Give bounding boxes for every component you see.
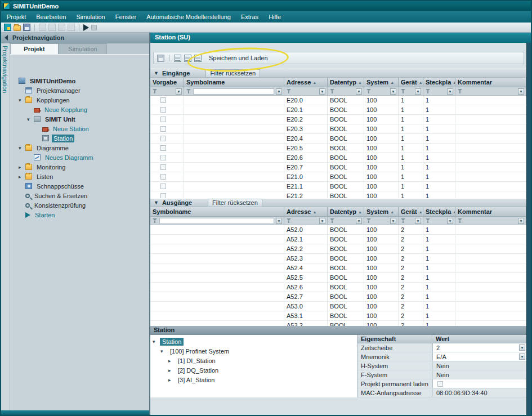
- filter-dropdown-icon[interactable]: ▼: [518, 88, 524, 95]
- table-row-e20-3[interactable]: E20.3BOOL10011: [150, 124, 526, 134]
- vorgabe-checkbox[interactable]: [160, 145, 166, 151]
- filter-dropdown-icon[interactable]: ▼: [276, 218, 282, 224]
- inputs-filter-reset-button[interactable]: Filter rücksetzen: [205, 69, 260, 78]
- column-header-datentyp[interactable]: Datentyp▲: [328, 207, 364, 216]
- tree-item-schnappschüsse[interactable]: Schnappschüsse: [10, 181, 149, 191]
- filter-dropdown-icon[interactable]: ▼: [447, 218, 453, 224]
- vorgabe-checkbox[interactable]: [160, 164, 166, 170]
- hw-tree-item-station[interactable]: ▾Station: [150, 337, 357, 346]
- column-header-kommentar[interactable]: Kommentar: [455, 78, 526, 87]
- table-row-e21-2[interactable]: E21.2BOOL10011: [150, 191, 526, 198]
- filter-input[interactable]: [159, 218, 274, 224]
- tree-item-kopplungen[interactable]: ▾Kopplungen: [10, 95, 149, 105]
- column-header-adresse[interactable]: Adresse▲: [284, 207, 328, 216]
- table-row-a52-4[interactable]: A52.4BOOL10021: [150, 263, 526, 273]
- table-row-a52-7[interactable]: A52.7BOOL10021: [150, 292, 526, 302]
- vorgabe-checkbox[interactable]: [160, 136, 166, 141]
- property-value-projekt-permanent-laden[interactable]: [432, 379, 526, 388]
- delete-icon[interactable]: [68, 24, 75, 31]
- tree-item-listen[interactable]: ▸Listen: [10, 172, 149, 181]
- save-station-icon[interactable]: [157, 55, 164, 62]
- expander-open-icon[interactable]: ▾: [153, 339, 160, 345]
- filter-funnel-icon[interactable]: [457, 218, 463, 223]
- menu-item-fenster[interactable]: Fenster: [115, 14, 136, 20]
- column-header-datentyp[interactable]: Datentyp▲: [328, 78, 364, 87]
- collapse-section-icon[interactable]: ▼: [154, 200, 159, 205]
- expander-closed-icon[interactable]: ▸: [168, 358, 176, 364]
- vorgabe-checkbox[interactable]: [160, 97, 166, 103]
- hw-tree-item-1-di-station[interactable]: ▸[1] DI_Station: [150, 356, 357, 365]
- new-project-icon[interactable]: [4, 24, 11, 31]
- filter-input[interactable]: [193, 88, 274, 95]
- column-header-adresse[interactable]: Adresse▲: [284, 78, 328, 87]
- vorgabe-checkbox[interactable]: [160, 126, 166, 132]
- table-row-e20-6[interactable]: E20.6BOOL10011: [150, 153, 526, 163]
- table-row-a52-0[interactable]: A52.0BOOL10021: [150, 225, 526, 235]
- filter-dropdown-icon[interactable]: ▼: [319, 88, 325, 95]
- table-row-a53-2[interactable]: A53.2BOOL10021: [150, 321, 526, 326]
- column-header-gerät[interactable]: Gerät▲: [399, 207, 423, 216]
- hw-tree-item-2-dq-station[interactable]: ▸[2] DQ_Station: [150, 365, 357, 375]
- tree-item-neue-kopplung[interactable]: Neue Kopplung: [10, 105, 149, 114]
- table-row-e20-5[interactable]: E20.5BOOL10011: [150, 144, 526, 153]
- copy-icon[interactable]: [48, 24, 56, 31]
- collapse-panel-icon[interactable]: [5, 35, 8, 41]
- filter-funnel-icon[interactable]: [425, 218, 431, 223]
- vorgabe-checkbox[interactable]: [160, 155, 166, 160]
- tab-projekt[interactable]: Projekt: [10, 43, 59, 54]
- menu-item-bearbeiten[interactable]: Bearbeiten: [36, 14, 66, 20]
- table-row-a52-1[interactable]: A52.1BOOL10021: [150, 235, 526, 244]
- property-checkbox[interactable]: [437, 381, 443, 387]
- column-header-steckpla[interactable]: Steckpla▲: [423, 207, 455, 216]
- column-header-steckpla[interactable]: Steckpla▲: [423, 78, 455, 87]
- column-header-vorgabe[interactable]: Vorgabe: [150, 78, 184, 87]
- filter-dropdown-icon[interactable]: ▼: [447, 88, 453, 95]
- save-project-icon[interactable]: [23, 24, 30, 31]
- table-row-e20-0[interactable]: E20.0BOOL10011: [150, 96, 526, 105]
- menu-item-automatische-modellerstellung[interactable]: Automatische Modellerstellung: [146, 14, 231, 20]
- import-signals-icon[interactable]: [184, 55, 191, 62]
- save-and-load-label[interactable]: Speichern und Laden: [209, 55, 268, 61]
- table-row-a52-6[interactable]: A52.6BOOL10021: [150, 283, 526, 292]
- filter-funnel-icon[interactable]: [186, 88, 191, 94]
- table-row-a52-2[interactable]: A52.2BOOL10021: [150, 244, 526, 254]
- vertical-scrollbar[interactable]: [526, 43, 531, 415]
- expander-closed-icon[interactable]: ▸: [168, 368, 176, 373]
- filter-funnel-icon[interactable]: [366, 218, 372, 223]
- filter-dropdown-icon[interactable]: ▼: [415, 88, 421, 95]
- expander-closed-icon[interactable]: ▸: [19, 164, 25, 170]
- filter-funnel-icon[interactable]: [400, 88, 406, 94]
- table-row-a52-3[interactable]: A52.3BOOL10021: [150, 254, 526, 263]
- tree-item-projektmanager[interactable]: Projektmanager: [10, 86, 149, 95]
- filter-funnel-icon[interactable]: [286, 88, 292, 94]
- tree-item-simitunitdemo[interactable]: SIMITUnitDemo: [10, 76, 149, 86]
- vorgabe-checkbox[interactable]: [160, 107, 166, 113]
- reload-signals-icon[interactable]: [194, 55, 202, 62]
- filter-dropdown-icon[interactable]: ▼: [356, 218, 362, 224]
- tree-item-monitoring[interactable]: ▸Monitoring: [10, 162, 149, 172]
- filter-dropdown-icon[interactable]: ▼: [390, 218, 396, 224]
- dropdown-icon[interactable]: ▼: [519, 345, 525, 351]
- filter-dropdown-icon[interactable]: ▼: [390, 88, 396, 95]
- paste-icon[interactable]: [58, 24, 65, 31]
- property-value-zeitscheibe[interactable]: 2▼: [432, 343, 526, 352]
- start-simulation-icon[interactable]: [83, 24, 89, 31]
- filter-dropdown-icon[interactable]: ▼: [356, 88, 362, 95]
- property-value-mnemonik[interactable]: E/A▼: [432, 352, 526, 361]
- collapse-section-icon[interactable]: ▼: [154, 70, 159, 76]
- filter-funnel-icon[interactable]: [286, 218, 292, 223]
- cut-icon[interactable]: [39, 24, 46, 31]
- filter-funnel-icon[interactable]: [366, 88, 372, 94]
- column-header-symbolname[interactable]: Symbolname: [150, 207, 284, 216]
- hw-tree-item-3-ai-station[interactable]: ▸[3] AI_Station: [150, 375, 357, 384]
- tree-item-diagramme[interactable]: ▾Diagramme: [10, 143, 149, 153]
- tab-simulation[interactable]: Simulation: [59, 43, 107, 54]
- tree-item-suchen-ersetzen[interactable]: Suchen & Ersetzen: [10, 191, 149, 200]
- dropdown-icon[interactable]: ▼: [519, 354, 525, 360]
- vorgabe-checkbox[interactable]: [160, 193, 166, 198]
- table-row-a53-1[interactable]: A53.1BOOL10021: [150, 311, 526, 321]
- expander-open-icon[interactable]: ▾: [160, 348, 168, 354]
- vorgabe-checkbox[interactable]: [160, 184, 166, 189]
- filter-dropdown-icon[interactable]: ▼: [415, 218, 421, 224]
- tree-item-neues-diagramm[interactable]: Neues Diagramm: [10, 153, 149, 162]
